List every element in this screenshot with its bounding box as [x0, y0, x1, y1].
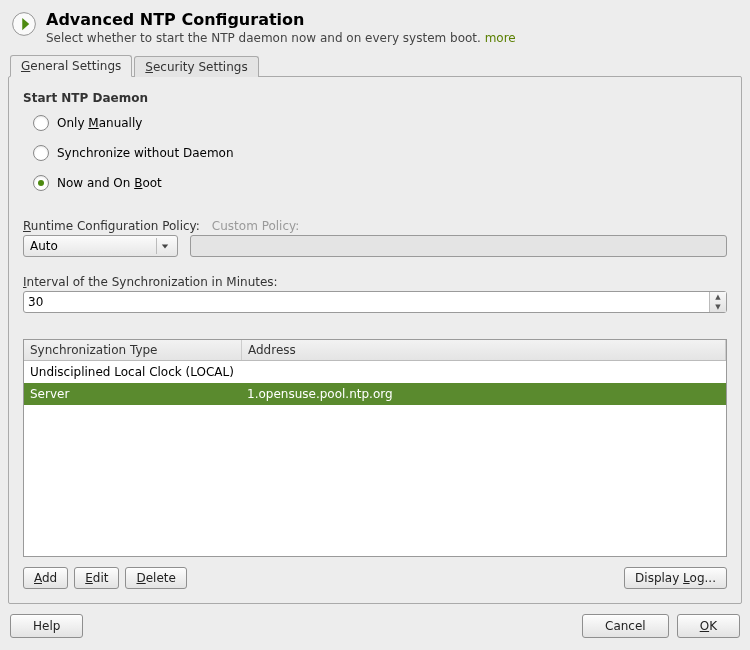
page-subtitle: Select whether to start the NTP daemon n…	[46, 31, 740, 45]
spin-arrows[interactable]: ▲ ▼	[709, 292, 726, 312]
ok-button[interactable]: OK	[677, 614, 740, 638]
runtime-policy-select[interactable]: Auto	[23, 235, 178, 257]
app-icon	[10, 10, 38, 38]
page-title: Advanced NTP Configuration	[46, 10, 740, 29]
radio-icon	[33, 145, 49, 161]
runtime-policy-label: Runtime Configuration Policy:	[23, 219, 200, 233]
tab-general-settings[interactable]: General Settings	[10, 55, 132, 77]
radio-label: Only Manually	[57, 116, 142, 130]
interval-spinbox[interactable]: 30 ▲ ▼	[23, 291, 727, 313]
interval-label: Interval of the Synchronization in Minut…	[23, 275, 727, 289]
display-log-button[interactable]: Display Log...	[624, 567, 727, 589]
add-button[interactable]: Add	[23, 567, 68, 589]
radio-sync-without-daemon[interactable]: Synchronize without Daemon	[33, 145, 727, 161]
svg-marker-2	[162, 244, 168, 248]
help-button[interactable]: Help	[10, 614, 83, 638]
arrow-up-icon[interactable]: ▲	[710, 292, 726, 302]
interval-value[interactable]: 30	[24, 292, 709, 312]
table-body: Undisciplined Local Clock (LOCAL) Server…	[24, 361, 726, 556]
tab-panel-general: Start NTP Daemon Only Manually Synchroni…	[8, 76, 742, 604]
cell-type: Undisciplined Local Clock (LOCAL)	[24, 363, 241, 381]
tab-strip: General Settings Security Settings	[8, 55, 742, 77]
radio-only-manually[interactable]: Only Manually	[33, 115, 727, 131]
radio-icon	[33, 175, 49, 191]
table-row[interactable]: Server 1.opensuse.pool.ntp.org	[24, 383, 726, 405]
chevron-down-icon	[156, 238, 173, 254]
col-address[interactable]: Address	[242, 340, 726, 360]
sync-sources-table[interactable]: Synchronization Type Address Undisciplin…	[23, 339, 727, 557]
cell-type: Server	[24, 385, 241, 403]
radio-label: Now and On Boot	[57, 176, 162, 190]
dialog-footer: Help Cancel OK	[0, 604, 750, 650]
ntp-config-window: Advanced NTP Configuration Select whethe…	[0, 0, 750, 650]
tab-security-settings[interactable]: Security Settings	[134, 56, 258, 77]
cell-address	[241, 363, 726, 381]
cell-address: 1.opensuse.pool.ntp.org	[241, 385, 726, 403]
custom-policy-input	[190, 235, 727, 257]
arrow-down-icon[interactable]: ▼	[710, 302, 726, 312]
more-link[interactable]: more	[485, 31, 516, 45]
select-value: Auto	[30, 239, 58, 253]
cancel-button[interactable]: Cancel	[582, 614, 669, 638]
custom-policy-label: Custom Policy:	[212, 219, 299, 233]
daemon-group-title: Start NTP Daemon	[23, 91, 727, 105]
col-sync-type[interactable]: Synchronization Type	[24, 340, 242, 360]
delete-button[interactable]: Delete	[125, 567, 186, 589]
edit-button[interactable]: Edit	[74, 567, 119, 589]
radio-label: Synchronize without Daemon	[57, 146, 234, 160]
radio-icon	[33, 115, 49, 131]
table-header: Synchronization Type Address	[24, 340, 726, 361]
page-header: Advanced NTP Configuration Select whethe…	[0, 0, 750, 51]
radio-now-and-on-boot[interactable]: Now and On Boot	[33, 175, 727, 191]
table-row[interactable]: Undisciplined Local Clock (LOCAL)	[24, 361, 726, 383]
